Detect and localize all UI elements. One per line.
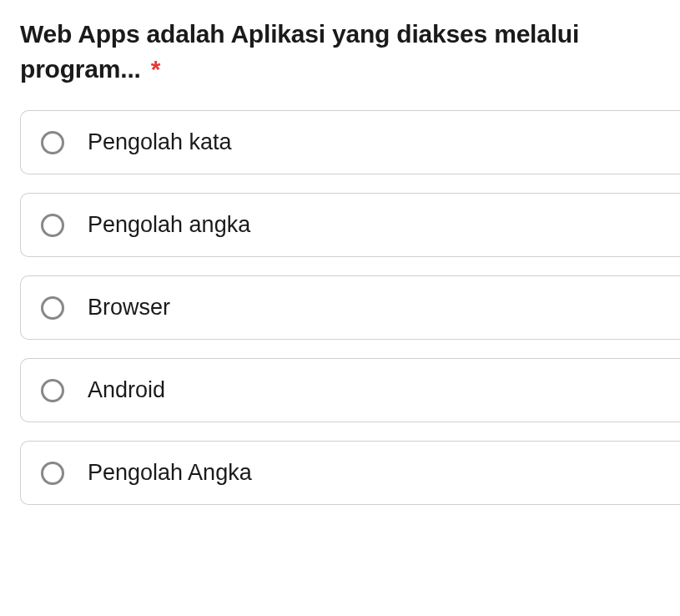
question-title: Web Apps adalah Aplikasi yang diakses me… [20,17,680,87]
radio-option-pengolah-kata[interactable]: Pengolah kata [20,110,680,174]
option-label: Pengolah kata [88,129,232,155]
radio-option-pengolah-angka[interactable]: Pengolah angka [20,193,680,257]
radio-icon [41,296,64,320]
radio-icon [41,214,64,237]
option-label: Pengolah angka [88,212,250,238]
option-label: Pengolah Angka [88,460,252,486]
option-label: Browser [88,295,170,321]
options-list: Pengolah kata Pengolah angka Browser And… [20,110,680,505]
radio-icon [41,379,64,402]
radio-icon [41,131,64,154]
question-text: Web Apps adalah Aplikasi yang diakses me… [20,20,579,83]
required-asterisk: * [151,55,160,83]
radio-option-android[interactable]: Android [20,358,680,422]
radio-option-pengolah-angka-2[interactable]: Pengolah Angka [20,441,680,505]
option-label: Android [88,377,165,403]
radio-option-browser[interactable]: Browser [20,275,680,340]
radio-icon [41,462,64,485]
